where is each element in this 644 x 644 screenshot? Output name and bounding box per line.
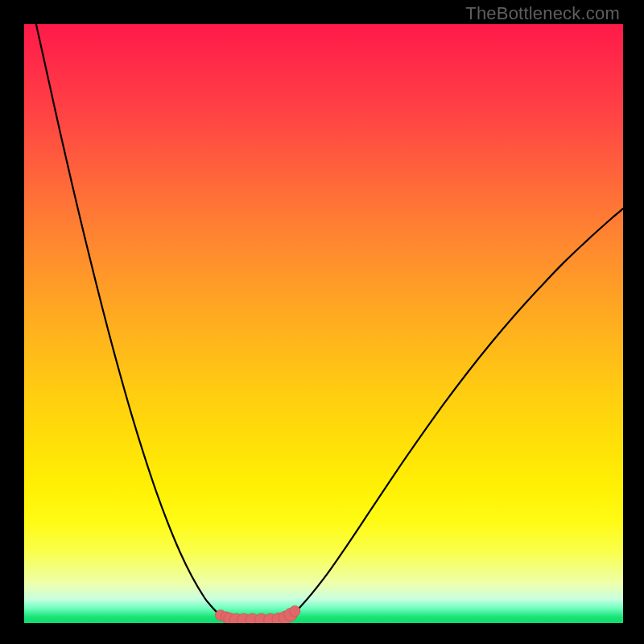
curve-left-branch — [36, 24, 226, 617]
curve-right-branch — [287, 208, 623, 617]
plot-area — [24, 24, 623, 623]
watermark-text: TheBottleneck.com — [465, 3, 620, 24]
chart-svg — [24, 24, 623, 623]
trough-marker — [290, 605, 300, 616]
trough-markers — [215, 605, 300, 623]
chart-stage: TheBottleneck.com — [0, 0, 644, 644]
